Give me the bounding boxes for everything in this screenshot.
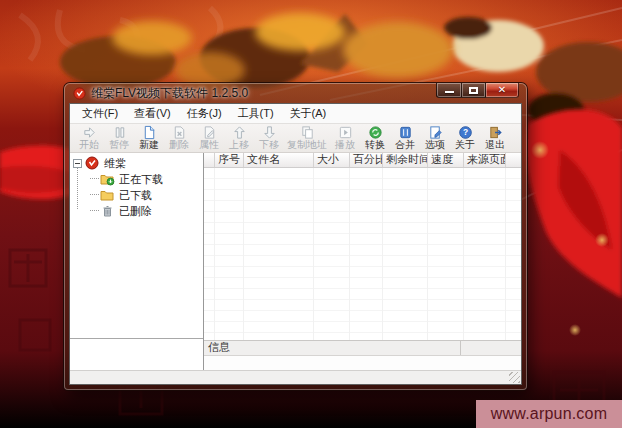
minimize-icon	[445, 91, 454, 93]
column-filler	[506, 153, 521, 167]
info-panel-body	[204, 356, 521, 370]
close-icon: ✕	[498, 85, 506, 95]
options-icon	[428, 125, 443, 140]
minimize-button[interactable]	[436, 83, 461, 98]
tree-connector	[90, 194, 99, 196]
watermark: www.arpun.com	[476, 400, 622, 428]
new-document-icon	[142, 125, 157, 140]
toolbar-merge-button[interactable]: 合并	[390, 125, 420, 150]
toolbar-delete-button[interactable]: 删除	[164, 125, 194, 150]
move-down-icon	[262, 125, 277, 140]
toolbar-properties-button[interactable]: 属性	[194, 125, 224, 150]
column-index[interactable]: 序号	[215, 153, 244, 167]
svg-text:?: ?	[462, 127, 467, 137]
toolbar: 开始 暂停 新建 删除 属性 上移	[70, 124, 521, 153]
exit-icon	[488, 125, 503, 140]
info-header-divider-cell	[460, 341, 521, 355]
status-bar	[70, 370, 521, 384]
menu-about[interactable]: 关于(A)	[282, 104, 335, 123]
column-time-left[interactable]: 剩余时间	[383, 153, 428, 167]
copy-address-icon	[300, 125, 315, 140]
toolbar-moveup-button[interactable]: 上移	[224, 125, 254, 150]
toolbar-options-button[interactable]: 选项	[420, 125, 450, 150]
column-filename[interactable]: 文件名	[244, 153, 314, 167]
app-logo-icon	[73, 87, 86, 100]
window-title: 维棠FLV视频下载软件 1.2.5.0	[91, 85, 248, 102]
toolbar-about-button[interactable]: ? 关于	[450, 125, 480, 150]
tree-item-deleted[interactable]: 已删除	[70, 203, 203, 219]
folder-downloaded-icon	[100, 188, 115, 202]
menu-file[interactable]: 文件(F)	[74, 104, 126, 123]
toolbar-play-button[interactable]: 播放	[330, 125, 360, 150]
resize-grip[interactable]	[509, 372, 520, 383]
info-header-label: 信息	[204, 341, 460, 355]
maximize-button[interactable]	[461, 83, 486, 98]
move-up-icon	[232, 125, 247, 140]
trash-icon	[100, 204, 115, 218]
menu-bar: 文件(F) 查看(V) 任务(J) 工具(T) 关于(A)	[70, 104, 521, 124]
folder-downloading-icon	[100, 172, 115, 186]
column-size[interactable]: 大小	[314, 153, 350, 167]
tree-item-downloading[interactable]: 正在下载	[70, 171, 203, 187]
info-panel-header: 信息	[204, 340, 521, 356]
window-controls: ✕	[436, 83, 519, 98]
client-area: 文件(F) 查看(V) 任务(J) 工具(T) 关于(A) 开始 暂停 新建 删…	[69, 103, 522, 385]
weitang-logo-icon	[85, 156, 100, 170]
menu-task[interactable]: 任务(J)	[179, 104, 230, 123]
play-icon	[338, 125, 353, 140]
tree-root-weitang[interactable]: 维棠	[70, 155, 203, 171]
merge-icon	[398, 125, 413, 140]
column-speed[interactable]: 速度	[428, 153, 464, 167]
column-percent[interactable]: 百分比	[350, 153, 383, 167]
sidebar-empty-area	[70, 339, 203, 370]
close-button[interactable]: ✕	[486, 83, 519, 98]
tree-connector	[90, 178, 99, 180]
toolbar-new-button[interactable]: 新建	[134, 125, 164, 150]
watermark-text: www.arpun.com	[491, 405, 607, 423]
toolbar-convert-button[interactable]: 转换	[360, 125, 390, 150]
toolbar-movedown-button[interactable]: 下移	[254, 125, 284, 150]
pause-icon	[112, 125, 127, 140]
list-header: 序号 文件名 大小 百分比 剩余时间 速度 来源页面	[204, 153, 521, 168]
menu-tools[interactable]: 工具(T)	[230, 104, 282, 123]
app-window: 维棠FLV视频下载软件 1.2.5.0 ✕ 文件(F) 查看(V) 任务(J) …	[64, 83, 527, 390]
properties-icon	[202, 125, 217, 140]
column-select[interactable]	[204, 153, 215, 167]
toolbar-copyaddress-button[interactable]: 复制地址	[284, 125, 330, 150]
column-source-page[interactable]: 来源页面	[464, 153, 506, 167]
download-list-body[interactable]	[204, 168, 521, 340]
delete-document-icon	[172, 125, 187, 140]
tree-connector	[90, 210, 99, 212]
tree-connector	[77, 167, 78, 209]
toolbar-pause-button[interactable]: 暂停	[104, 125, 134, 150]
toolbar-exit-button[interactable]: 退出	[480, 125, 510, 150]
main-area: 维棠 正在下载 已下载	[70, 153, 521, 370]
sidebar: 维棠 正在下载 已下载	[70, 153, 204, 370]
download-list-panel: 序号 文件名 大小 百分比 剩余时间 速度 来源页面	[204, 153, 521, 370]
convert-icon	[368, 125, 383, 140]
category-tree: 维棠 正在下载 已下载	[70, 153, 203, 339]
start-icon	[82, 125, 97, 140]
maximize-icon	[469, 87, 478, 94]
about-icon: ?	[458, 125, 473, 140]
menu-view[interactable]: 查看(V)	[126, 104, 179, 123]
toolbar-start-button[interactable]: 开始	[74, 125, 104, 150]
list-gridlines	[204, 168, 521, 340]
collapse-expander-icon[interactable]	[73, 159, 82, 168]
tree-item-downloaded[interactable]: 已下载	[70, 187, 203, 203]
